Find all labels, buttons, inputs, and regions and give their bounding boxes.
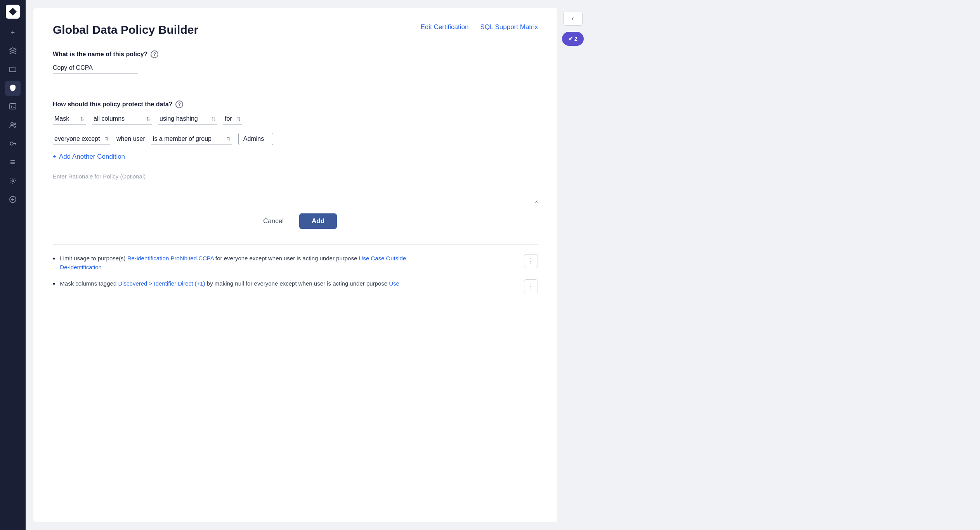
mask-select[interactable]: Mask Encrypt Redact Null xyxy=(53,113,86,125)
collapse-button[interactable]: ‹ xyxy=(563,12,583,26)
admins-tag[interactable]: Admins xyxy=(238,133,273,145)
condition-row-2: everyone except everyone no one except w… xyxy=(53,133,538,145)
bullet-2: • xyxy=(53,280,55,288)
policy-name-section-label: What is the name of this policy? ? xyxy=(53,50,538,58)
shield-badge-icon: ✔ xyxy=(568,36,573,42)
svg-point-1 xyxy=(11,123,13,125)
is-member-select-wrapper: is a member of group is not a member of … xyxy=(151,133,232,145)
logo[interactable] xyxy=(6,5,20,19)
protection-section-label: How should this policy protect the data?… xyxy=(53,100,538,108)
policy-builder-card: Global Data Policy Builder Edit Certific… xyxy=(33,8,557,522)
sidebar-item-list[interactable] xyxy=(5,155,21,171)
sidebar-item-terminal[interactable] xyxy=(5,99,21,115)
everyone-except-select-wrapper: everyone except everyone no one except xyxy=(53,133,110,145)
sidebar-item-shield[interactable] xyxy=(5,81,21,96)
sidebar-item-layers[interactable] xyxy=(5,43,21,59)
policy-text-1: Limit usage to purpose(s) Re-identificat… xyxy=(60,254,519,272)
card-header-actions: Edit Certification SQL Support Matrix xyxy=(421,23,538,31)
sql-support-link[interactable]: SQL Support Matrix xyxy=(480,23,538,31)
condition-row-1: Mask Encrypt Redact Null all columns sel… xyxy=(53,113,538,125)
svg-point-2 xyxy=(14,123,16,125)
layers-icon xyxy=(9,47,17,56)
sidebar-item-folder[interactable] xyxy=(5,62,21,78)
policy-link-2a[interactable]: Discovered > Identifier Direct (+1) xyxy=(118,280,205,287)
policy-list: • Limit usage to purpose(s) Re-identific… xyxy=(53,244,538,293)
for-select[interactable]: for xyxy=(223,113,242,125)
edit-certification-link[interactable]: Edit Certification xyxy=(421,23,469,31)
badge-button[interactable]: ✔ 2 xyxy=(562,32,584,46)
terminal-icon xyxy=(9,102,17,112)
plus-icon: + xyxy=(53,153,57,161)
policy-link-1a[interactable]: Re-identification Prohibited.CCPA xyxy=(127,255,214,262)
settings-icon xyxy=(9,177,17,187)
add-icon: + xyxy=(11,29,15,37)
add-button[interactable]: Add xyxy=(299,213,337,229)
columns-select-wrapper: all columns selected columns xyxy=(92,113,152,125)
sidebar-item-key[interactable] xyxy=(5,137,21,152)
svg-point-3 xyxy=(10,142,13,145)
mask-select-wrapper: Mask Encrypt Redact Null xyxy=(53,113,86,125)
divider-1 xyxy=(53,91,538,91)
action-row: Cancel Add xyxy=(53,213,538,229)
shield-icon xyxy=(9,84,17,94)
policy-item-2: • Mask columns tagged Discovered > Ident… xyxy=(53,279,538,293)
rationale-textarea[interactable] xyxy=(53,173,538,204)
list-icon xyxy=(9,158,17,168)
protection-section: How should this policy protect the data?… xyxy=(53,100,538,161)
is-member-select[interactable]: is a member of group is not a member of … xyxy=(151,133,232,145)
when-user-label: when user xyxy=(116,135,145,142)
policy-link-2b[interactable]: Use xyxy=(389,280,399,287)
policy-text-2: Mask columns tagged Discovered > Identif… xyxy=(60,279,519,288)
badge-count: 2 xyxy=(574,36,578,42)
policy-item-1: • Limit usage to purpose(s) Re-identific… xyxy=(53,254,538,272)
sidebar: + xyxy=(0,0,26,530)
protection-help-icon[interactable]: ? xyxy=(175,100,183,108)
sidebar-item-circle-plus[interactable] xyxy=(5,192,21,208)
hashing-select[interactable]: using hashing using encryption using nul… xyxy=(158,113,217,125)
sidebar-item-add[interactable]: + xyxy=(5,25,21,40)
circle-plus-icon xyxy=(9,196,17,205)
add-condition-button[interactable]: + Add Another Condition xyxy=(53,153,125,161)
policy-1-menu-button[interactable]: ⋮ xyxy=(524,254,538,268)
main-area: Global Data Policy Builder Edit Certific… xyxy=(26,0,980,530)
policy-2-menu-button[interactable]: ⋮ xyxy=(524,279,538,293)
svg-point-7 xyxy=(12,180,14,182)
sidebar-item-settings[interactable] xyxy=(5,174,21,189)
columns-select[interactable]: all columns selected columns xyxy=(92,113,152,125)
for-select-wrapper: for xyxy=(223,113,242,125)
bullet-1: • xyxy=(53,255,55,263)
chevron-left-icon: ‹ xyxy=(572,15,574,22)
right-panel: ‹ ✔ 2 xyxy=(557,8,588,522)
hashing-select-wrapper: using hashing using encryption using nul… xyxy=(158,113,217,125)
key-icon xyxy=(9,140,17,149)
policy-name-input[interactable] xyxy=(53,63,138,74)
cancel-button[interactable]: Cancel xyxy=(254,213,293,229)
sidebar-item-users[interactable] xyxy=(5,118,21,133)
users-icon xyxy=(9,121,17,131)
everyone-except-select[interactable]: everyone except everyone no one except xyxy=(53,133,110,145)
policy-name-help-icon[interactable]: ? xyxy=(151,50,158,58)
folder-icon xyxy=(9,65,17,75)
